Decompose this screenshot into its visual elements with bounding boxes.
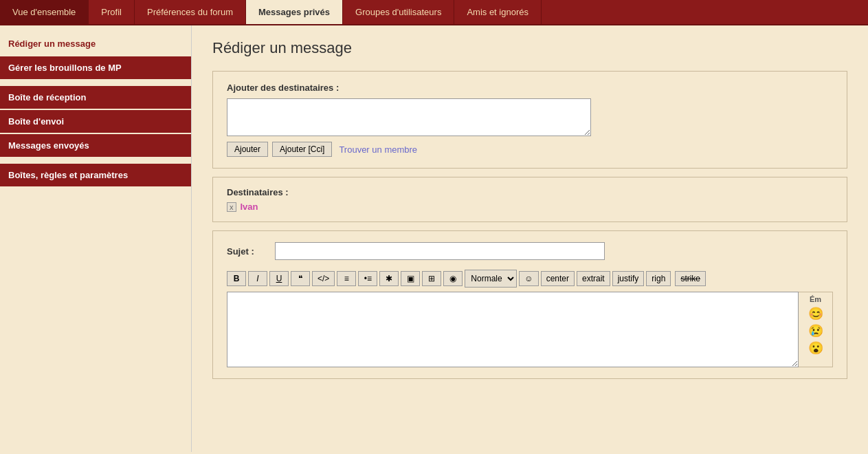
unordered-list-button[interactable]: •≡ xyxy=(358,271,377,286)
special-button[interactable]: ✱ xyxy=(379,271,399,286)
right-button[interactable]: righ xyxy=(646,271,671,286)
remove-recipient-button[interactable]: x xyxy=(227,202,236,212)
top-navigation: Vue d'ensemble Profil Préférences du for… xyxy=(0,0,868,25)
emoji-panel-title: Ém xyxy=(810,295,821,303)
sidebar: Rédiger un message Gérer les brouillons … xyxy=(0,25,191,452)
sidebar-item-rediger[interactable]: Rédiger un message xyxy=(0,32,191,55)
nav-preferences[interactable]: Préférences du forum xyxy=(135,0,246,24)
content-area: Rédiger un message Ajouter des destinata… xyxy=(191,25,868,452)
ordered-list-button[interactable]: ≡ xyxy=(337,271,356,286)
destinataires-label: Destinataires : xyxy=(227,187,833,197)
recipients-textarea[interactable] xyxy=(227,98,591,136)
justify-button[interactable]: justify xyxy=(612,271,645,286)
link-button[interactable]: ⊞ xyxy=(422,271,441,286)
emoji-surprised[interactable]: 😮 xyxy=(808,340,823,356)
recipient-row: x Ivan xyxy=(227,202,833,212)
message-textarea[interactable] xyxy=(227,292,799,367)
extrait-button[interactable]: extrait xyxy=(577,271,610,286)
strike-button[interactable]: strike xyxy=(675,271,706,286)
nav-amis[interactable]: Amis et ignorés xyxy=(454,0,542,24)
add-cci-button[interactable]: Ajouter [Cci] xyxy=(272,142,332,157)
add-recipients-section: Ajouter des destinataires : Ajouter Ajou… xyxy=(212,71,847,169)
code-button[interactable]: </> xyxy=(312,271,335,286)
page-title: Rédiger un message xyxy=(212,39,847,57)
sidebar-item-brouillons[interactable]: Gérer les brouillons de MP xyxy=(0,56,191,79)
destinataires-section: Destinataires : x Ivan xyxy=(212,177,847,222)
font-size-select[interactable]: Normale Petite Grande xyxy=(465,270,517,288)
nav-vue-ensemble[interactable]: Vue d'ensemble xyxy=(0,0,89,24)
nav-groupes[interactable]: Groupes d'utilisateurs xyxy=(343,0,454,24)
subject-label: Sujet : xyxy=(227,246,268,257)
formatting-toolbar: B I U ❝ </> ≡ •≡ ✱ ▣ ⊞ ◉ Normale Petite … xyxy=(227,270,833,288)
smiley-button[interactable]: ☺ xyxy=(519,271,538,286)
nav-messages-prives[interactable]: Messages privés xyxy=(246,0,343,24)
nav-profil[interactable]: Profil xyxy=(89,0,135,24)
sidebar-item-reception[interactable]: Boîte de réception xyxy=(0,86,191,109)
sidebar-item-envoi[interactable]: Boîte d'envoi xyxy=(0,110,191,133)
add-buttons-row: Ajouter Ajouter [Cci] Trouver un membre xyxy=(227,142,833,157)
bold-button[interactable]: B xyxy=(227,271,246,286)
subject-row: Sujet : xyxy=(227,242,833,260)
add-recipients-label: Ajouter des destinataires : xyxy=(227,83,833,93)
sidebar-item-envoyes[interactable]: Messages envoyés xyxy=(0,134,191,157)
emoji-sad[interactable]: 😢 xyxy=(808,323,823,338)
add-button[interactable]: Ajouter xyxy=(227,142,268,157)
quote-button[interactable]: ❝ xyxy=(291,271,310,286)
sidebar-item-params[interactable]: Boîtes, règles et paramètres xyxy=(0,164,191,186)
subject-input[interactable] xyxy=(275,242,605,260)
color-button[interactable]: ◉ xyxy=(443,271,463,286)
center-button[interactable]: center xyxy=(541,271,575,286)
image-button[interactable]: ▣ xyxy=(401,271,420,286)
italic-button[interactable]: I xyxy=(248,271,267,286)
recipient-user-link[interactable]: Ivan xyxy=(241,202,258,212)
message-area-row: Ém 😊 😢 😮 xyxy=(227,292,833,367)
emoji-smile[interactable]: 😊 xyxy=(808,306,823,321)
emoji-panel: Ém 😊 😢 😮 xyxy=(799,292,833,367)
compose-section: Sujet : B I U ❝ </> ≡ •≡ ✱ ▣ ⊞ ◉ Normale… xyxy=(212,230,847,379)
find-member-link[interactable]: Trouver un membre xyxy=(339,144,417,155)
underline-button[interactable]: U xyxy=(269,271,289,286)
main-layout: Rédiger un message Gérer les brouillons … xyxy=(0,25,868,452)
